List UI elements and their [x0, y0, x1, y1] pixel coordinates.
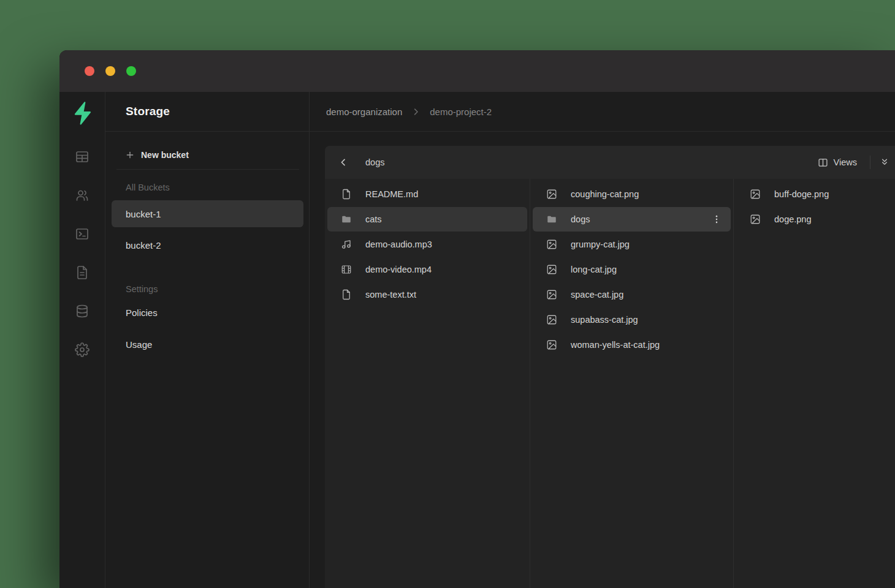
- file-row[interactable]: doge.png: [736, 207, 893, 232]
- item-name: woman-yells-at-cat.jpg: [571, 340, 660, 350]
- item-name: long-cat.jpg: [571, 265, 617, 274]
- image-icon: [750, 189, 761, 200]
- views-button-label: Views: [834, 157, 857, 167]
- document-icon[interactable]: [75, 265, 90, 280]
- item-name: supabass-cat.jpg: [571, 315, 638, 325]
- close-window-button[interactable]: [85, 66, 94, 76]
- gear-icon[interactable]: [75, 342, 90, 357]
- explorer-columns: README.mdcatsdemo-audio.mp3demo-video.mp…: [325, 179, 895, 588]
- bucket-label: bucket-1: [126, 209, 161, 219]
- app-body: Storage New bucket All Buckets bucket-1 …: [59, 92, 895, 588]
- breadcrumb: demo-organization demo-project-2: [310, 92, 895, 132]
- columns-icon: [818, 157, 828, 168]
- item-name: grumpy-cat.jpg: [571, 239, 630, 249]
- terminal-icon[interactable]: [75, 227, 90, 241]
- folder-icon: [546, 214, 557, 225]
- file-row[interactable]: buff-doge.png: [736, 182, 893, 206]
- image-icon: [546, 339, 557, 350]
- audio-icon: [341, 239, 352, 250]
- window-titlebar: [59, 50, 895, 92]
- bucket-item-bucket-1[interactable]: bucket-1: [112, 200, 303, 227]
- page-title: Storage: [105, 92, 309, 132]
- item-name: space-cat.jpg: [571, 290, 623, 300]
- divider: [116, 169, 299, 170]
- file-row[interactable]: long-cat.jpg: [533, 257, 731, 282]
- kebab-menu-icon[interactable]: [711, 214, 722, 225]
- bucket-label: bucket-2: [126, 240, 161, 251]
- new-bucket-button[interactable]: New bucket: [105, 150, 309, 160]
- item-name: README.md: [365, 189, 418, 199]
- plus-icon: [125, 150, 135, 160]
- folder-row[interactable]: dogs: [533, 207, 731, 232]
- image-icon: [750, 214, 761, 225]
- item-name: demo-audio.mp3: [365, 239, 432, 249]
- database-icon[interactable]: [75, 304, 90, 318]
- folder-icon: [341, 214, 352, 225]
- item-name: some-text.txt: [365, 290, 416, 300]
- item-name: doge.png: [774, 214, 811, 224]
- item-name: cats: [365, 214, 382, 224]
- supabase-bolt-icon[interactable]: [72, 101, 93, 126]
- settings-item-label: Policies: [126, 307, 158, 318]
- file-row[interactable]: demo-audio.mp3: [327, 232, 527, 257]
- settings-section-label: Settings: [105, 284, 309, 294]
- image-icon: [546, 264, 557, 275]
- item-name: dogs: [571, 214, 590, 224]
- image-icon: [546, 314, 557, 325]
- file-row[interactable]: some-text.txt: [327, 282, 527, 307]
- nav-rail: [59, 92, 105, 588]
- explorer-column-2: coughing-cat.pngdogsgrumpy-cat.jpglong-c…: [530, 179, 734, 588]
- buckets-section-label: All Buckets: [105, 183, 309, 192]
- explorer-column-1: README.mdcatsdemo-audio.mp3demo-video.mp…: [325, 179, 530, 588]
- chevron-left-icon[interactable]: [338, 157, 348, 167]
- new-bucket-label: New bucket: [141, 150, 189, 160]
- item-name: buff-doge.png: [774, 189, 829, 199]
- folder-row[interactable]: cats: [327, 207, 527, 232]
- breadcrumb-organization[interactable]: demo-organization: [326, 107, 402, 117]
- file-row[interactable]: grumpy-cat.jpg: [533, 232, 731, 257]
- file-explorer: dogs Views README.mdcatsdemo-audio.mp3de: [325, 146, 895, 588]
- file-row[interactable]: woman-yells-at-cat.jpg: [533, 333, 731, 357]
- bucket-list: bucket-1 bucket-2: [105, 200, 309, 258]
- users-icon[interactable]: [75, 188, 90, 203]
- image-icon: [546, 239, 557, 250]
- table-icon[interactable]: [75, 149, 90, 164]
- app-window: Storage New bucket All Buckets bucket-1 …: [59, 50, 895, 588]
- image-icon: [546, 289, 557, 300]
- file-row[interactable]: supabass-cat.jpg: [533, 307, 731, 332]
- file-row[interactable]: README.md: [327, 182, 527, 206]
- storage-sidebar: Storage New bucket All Buckets bucket-1 …: [105, 92, 310, 588]
- explorer-column-3: buff-doge.pngdoge.png: [734, 179, 895, 588]
- divider: [870, 156, 870, 169]
- sidebar-item-usage[interactable]: Usage: [105, 331, 309, 358]
- file-row[interactable]: space-cat.jpg: [533, 282, 731, 307]
- double-chevron-down-icon[interactable]: [880, 157, 889, 168]
- sidebar-item-policies[interactable]: Policies: [105, 299, 309, 326]
- file-row[interactable]: demo-video.mp4: [327, 257, 527, 282]
- views-button[interactable]: Views: [818, 157, 857, 168]
- explorer-toolbar: dogs Views: [325, 146, 895, 179]
- item-name: coughing-cat.png: [571, 189, 639, 199]
- item-name: demo-video.mp4: [365, 265, 432, 274]
- video-icon: [341, 264, 352, 275]
- main-area: demo-organization demo-project-2 dogs: [310, 92, 895, 588]
- file-icon: [341, 189, 352, 200]
- bucket-item-bucket-2[interactable]: bucket-2: [112, 232, 303, 258]
- image-icon: [546, 189, 557, 200]
- file-row[interactable]: coughing-cat.png: [533, 182, 731, 206]
- current-path-label: dogs: [365, 157, 384, 167]
- chevron-right-icon: [411, 107, 421, 116]
- breadcrumb-project[interactable]: demo-project-2: [430, 107, 492, 117]
- zoom-window-button[interactable]: [126, 66, 136, 76]
- file-icon: [341, 289, 352, 300]
- minimize-window-button[interactable]: [105, 66, 115, 76]
- settings-item-label: Usage: [126, 339, 152, 350]
